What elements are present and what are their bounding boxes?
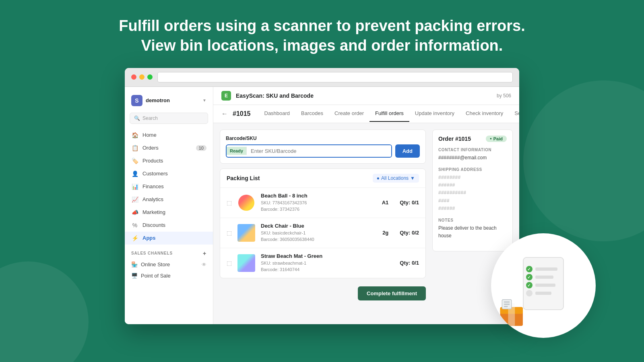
store-name: demotron xyxy=(146,97,170,103)
sidebar-item-label: Orders xyxy=(142,145,159,151)
sidebar-item-label: Analytics xyxy=(142,196,163,202)
contact-value: ########@email.com xyxy=(438,154,507,162)
notes-label: NOTES xyxy=(438,218,507,222)
back-button[interactable]: ← xyxy=(221,110,228,117)
content-area: Barcode/SKU Ready Add Packing List xyxy=(213,123,519,324)
chevron-down-icon: ▼ xyxy=(410,175,415,181)
svg-text:✓: ✓ xyxy=(527,283,530,288)
item-qty: Qty: 0/1 xyxy=(400,200,419,206)
sidebar-item-point-of-sale[interactable]: 🖥️ Point of Sale xyxy=(125,270,213,282)
copy-icon[interactable]: ⬚ xyxy=(227,200,232,206)
traffic-lights xyxy=(131,74,153,80)
orders-badge: 10 xyxy=(196,145,206,151)
barcode-input[interactable] xyxy=(247,145,391,157)
sidebar-item-marketing[interactable]: 📣 Marketing xyxy=(125,206,213,219)
sidebar-item-analytics[interactable]: 📈 Analytics xyxy=(125,193,213,206)
tab-create-order[interactable]: Create order xyxy=(329,105,369,122)
barcode-label: Barcode/SKU xyxy=(226,136,420,141)
svg-rect-1 xyxy=(535,267,557,271)
sales-channel-label: Point of Sale xyxy=(141,273,171,279)
item-qty: Qty: 0/1 xyxy=(400,260,419,266)
apps-icon: ⚡ xyxy=(131,234,138,242)
add-sales-channel-button[interactable]: + xyxy=(203,250,206,257)
maximize-button[interactable] xyxy=(147,74,153,80)
bg-decoration-right xyxy=(523,80,644,241)
item-qty: Qty: 0/2 xyxy=(400,230,419,236)
item-location: 2g xyxy=(382,230,388,236)
sidebar-item-label: Marketing xyxy=(142,209,165,215)
ready-badge: Ready xyxy=(227,147,247,155)
sidebar-item-online-store[interactable]: 🏪 Online Store 👁 xyxy=(125,259,213,270)
app-by: by 506 xyxy=(497,93,511,99)
app-header-bar: E EasyScan: SKU and Barcode by 506 xyxy=(213,87,519,105)
minimize-button[interactable] xyxy=(139,74,144,80)
eye-icon[interactable]: 👁 xyxy=(202,262,206,267)
table-row: ⬚ Beach Ball - 8 inch SKU: 7784316734237… xyxy=(220,188,425,218)
sidebar-item-customers[interactable]: 👤 Customers xyxy=(125,167,213,180)
add-button[interactable]: Add xyxy=(395,144,420,158)
paid-badge: ● Paid xyxy=(486,136,507,142)
copy-icon[interactable]: ⬚ xyxy=(227,230,232,236)
contact-label: CONTACT INFORMATION xyxy=(438,148,507,152)
main-content: E EasyScan: SKU and Barcode by 506 ← #10… xyxy=(213,87,519,324)
browser-chrome xyxy=(125,68,519,87)
order-panel: Order #1015 ● Paid CONTACT INFORMATION #… xyxy=(432,130,513,252)
search-icon: 🔍 xyxy=(134,115,140,121)
item-barcode: Barcode: 36050035638440 xyxy=(261,236,378,243)
item-info: Deck Chair - Blue SKU: basicdeckchair-1 … xyxy=(261,223,378,243)
chevron-down-icon: ▼ xyxy=(202,98,206,103)
notes-section: NOTES Please deliver to the beach house xyxy=(438,218,507,240)
tab-dashboard[interactable]: Dashboard xyxy=(259,105,296,122)
paid-label: Paid xyxy=(493,136,503,141)
pos-icon: 🖥️ xyxy=(131,273,138,279)
tab-fulfill-orders[interactable]: Fulfill orders xyxy=(369,105,409,122)
sidebar-item-discounts[interactable]: % Discounts xyxy=(125,219,213,232)
sidebar-item-label: Home xyxy=(142,132,157,138)
table-row: ⬚ Deck Chair - Blue SKU: basicdeckchair-… xyxy=(220,218,425,248)
products-icon: 🏷️ xyxy=(131,157,138,165)
location-dot-icon: ● xyxy=(377,175,380,181)
analytics-icon: 📈 xyxy=(131,196,138,203)
browser-window: S demotron ▼ 🔍 Search 🏠 Home 📋 Orders 10… xyxy=(125,68,519,324)
sidebar-item-products[interactable]: 🏷️ Products xyxy=(125,154,213,167)
sales-channels-section: SALES CHANNELS + xyxy=(125,245,213,259)
svg-text:✓: ✓ xyxy=(527,267,530,272)
sales-channels-title: SALES CHANNELS xyxy=(131,251,173,255)
svg-rect-4 xyxy=(535,292,551,295)
customers-icon: 👤 xyxy=(131,170,138,177)
straw-mat-image xyxy=(237,254,255,272)
packing-list-section: Packing List ● All Locations ▼ ⬚ xyxy=(220,169,426,278)
sidebar-search[interactable]: 🔍 Search xyxy=(130,113,208,124)
table-row: ⬚ Straw Beach Mat - Green SKU: strawbeac… xyxy=(220,248,425,278)
sidebar-item-apps[interactable]: ⚡ Apps xyxy=(125,232,213,245)
hero-heading: Fulfill orders using a scanner to preven… xyxy=(0,16,644,56)
complete-fulfillment-button[interactable]: Complete fulfillment xyxy=(358,286,426,300)
tab-check-inventory[interactable]: Check inventory xyxy=(460,105,509,122)
deck-chair-image xyxy=(237,224,255,242)
tab-settings[interactable]: Settings xyxy=(509,105,519,122)
store-selector[interactable]: S demotron ▼ xyxy=(125,92,213,113)
location-filter[interactable]: ● All Locations ▼ xyxy=(373,174,419,183)
item-barcode: Barcode: 31640744 xyxy=(261,266,384,273)
location-filter-label: All Locations xyxy=(381,175,409,181)
sidebar-item-orders[interactable]: 📋 Orders 10 xyxy=(125,142,213,154)
svg-point-5 xyxy=(526,266,533,272)
sidebar-item-finances[interactable]: 📊 Finances xyxy=(125,180,213,193)
tab-update-inventory[interactable]: Update inventory xyxy=(409,105,460,122)
item-sku: SKU: 77843167342376 xyxy=(261,200,377,206)
store-icon: S xyxy=(131,95,142,106)
sidebar-item-home[interactable]: 🏠 Home xyxy=(125,129,213,142)
item-sku: SKU: strawbeachmat-1 xyxy=(261,260,384,267)
barcode-section: Barcode/SKU Ready Add xyxy=(220,130,426,164)
bg-decoration-left xyxy=(0,261,89,362)
tab-barcodes[interactable]: Barcodes xyxy=(295,105,329,122)
item-name: Straw Beach Mat - Green xyxy=(261,253,384,259)
sidebar-item-label: Finances xyxy=(142,183,164,189)
shipping-value: ################################## xyxy=(438,174,507,212)
packing-list-header: Packing List ● All Locations ▼ xyxy=(220,169,425,188)
url-bar[interactable] xyxy=(157,72,513,82)
sidebar-item-label: Discounts xyxy=(142,222,165,228)
close-button[interactable] xyxy=(131,74,136,80)
order-header: Order #1015 ● Paid xyxy=(438,136,507,142)
copy-icon[interactable]: ⬚ xyxy=(227,260,232,266)
